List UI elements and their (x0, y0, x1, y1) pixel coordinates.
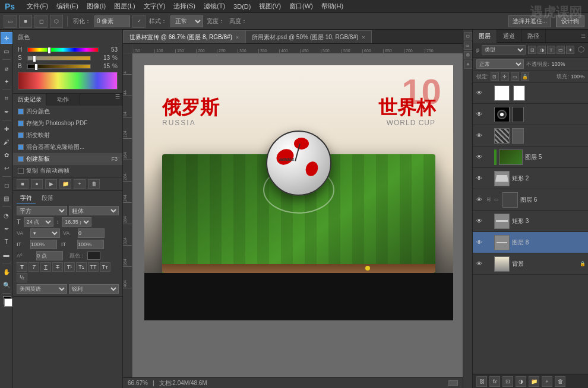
canvas-tab-1[interactable]: 所用素材.psd @ 50% (图层 10, RGB/8#) × (245, 30, 371, 43)
design-dog-btn[interactable]: 设计狗 (556, 15, 584, 27)
layer-item-0[interactable]: 👁 (473, 82, 588, 104)
eraser-tool[interactable]: ◻ (1, 179, 12, 191)
blend-mode-select[interactable]: 正常 (476, 59, 524, 69)
filter-pixel-icon[interactable]: ⊡ (528, 46, 536, 54)
style-allcaps[interactable]: TT (88, 262, 99, 272)
filter-smart-icon[interactable]: ✦ (566, 46, 574, 54)
filter-text-icon[interactable]: T (547, 46, 555, 54)
filter-toggle[interactable]: ◯ (578, 46, 584, 54)
layer-mask-btn[interactable]: ⊡ (502, 376, 513, 387)
hist-new-btn[interactable]: + (74, 179, 86, 189)
tool-icon-rect[interactable]: ■ (19, 15, 32, 28)
paths-tab[interactable]: 路径 (521, 30, 546, 43)
magic-wand-tool[interactable]: ✦ (1, 75, 12, 87)
layer-vis-7[interactable]: 👁 (475, 238, 483, 247)
pen-tool[interactable]: ✒ (1, 222, 12, 234)
hand-tool[interactable]: ✋ (1, 266, 12, 278)
history-menu-icon[interactable]: ☰ (113, 94, 122, 106)
lock-pixels-btn[interactable]: ⊡ (491, 72, 499, 81)
bright-thumb[interactable] (34, 63, 38, 71)
rmini-btn-1[interactable]: ◻ (464, 32, 472, 40)
layer-vis-4[interactable]: 👁 (475, 174, 483, 183)
filter-shape-icon[interactable]: ▭ (557, 46, 565, 54)
gradient-tool[interactable]: ▤ (1, 192, 12, 204)
text-color-swatch[interactable] (87, 252, 100, 260)
selection-tool[interactable]: ▭ (1, 45, 12, 57)
canvas-tab-1-close[interactable]: × (362, 34, 365, 40)
layer-vis-1[interactable]: 👁 (475, 110, 483, 119)
menu-text[interactable]: 文字(Y) (144, 2, 166, 11)
color-spectrum[interactable] (18, 72, 118, 90)
layer-adjustment-btn[interactable]: ◑ (516, 376, 526, 387)
history-item-4[interactable]: 创建新板 F3 (13, 153, 122, 165)
layer-item-6[interactable]: 👁 矩形 3 (473, 211, 588, 232)
bright-track[interactable] (27, 64, 91, 69)
tracking-method-select[interactable]: ▾ (30, 228, 60, 238)
shape-tool[interactable]: ▬ (1, 249, 12, 260)
style-underline[interactable]: T (40, 262, 51, 272)
layer-group-btn[interactable]: 📁 (529, 376, 539, 387)
move-tool[interactable]: ✛ (1, 32, 12, 44)
layer-vis-5[interactable]: 👁 (475, 196, 483, 204)
history-item-0[interactable]: 四分颜色 (13, 106, 122, 117)
layer-vis-8[interactable]: 👁 (475, 260, 483, 268)
style-superscript[interactable]: T¹ (64, 262, 75, 272)
dodge-tool[interactable]: ◔ (1, 209, 12, 221)
tool-icon-selection[interactable]: ▭ (4, 15, 17, 28)
layer-delete-btn[interactable]: 🗑 (555, 376, 565, 387)
menu-file[interactable]: 文件(F) (27, 2, 48, 11)
actions-tab[interactable]: 动作 (46, 94, 80, 106)
line-height-select[interactable]: 16.35 点 (62, 217, 91, 227)
menu-filter[interactable]: 滤镜(T) (204, 2, 225, 11)
history-brush-tool[interactable]: ↩ (1, 162, 12, 174)
layers-menu-icon[interactable]: ☰ (578, 33, 588, 39)
history-item-3[interactable]: 混合器画笔克隆绘图... (13, 141, 122, 153)
menu-window[interactable]: 窗口(W) (289, 2, 313, 11)
style-frac[interactable]: ½ (17, 273, 27, 282)
rmini-btn-4[interactable]: ✕ (464, 61, 472, 69)
hist-record-btn[interactable]: ● (31, 179, 43, 189)
history-item-2[interactable]: 渐变映射 (13, 129, 122, 141)
layer-vis-3[interactable]: 👁 (475, 153, 483, 161)
language-select[interactable]: 美国英语 (17, 284, 67, 294)
menu-3d[interactable]: 3D(D) (233, 3, 251, 10)
menu-layer[interactable]: 图层(L) (114, 2, 135, 11)
bg-color[interactable] (4, 298, 12, 307)
history-tab[interactable]: 历史记录 (13, 94, 46, 106)
hist-folder-btn[interactable]: 📁 (59, 179, 71, 189)
hue-track[interactable] (27, 47, 99, 52)
brush-tool[interactable]: 🖌 (1, 136, 12, 148)
style-smallcaps[interactable]: Tᴛ (100, 262, 110, 272)
hist-play-btn[interactable]: ▶ (45, 179, 57, 189)
menu-edit[interactable]: 编辑(E) (56, 2, 78, 11)
canvas-tab-0-close[interactable]: × (236, 34, 239, 40)
layer-item-5[interactable]: 👁 ⛓ ▭ 图层 6 (473, 189, 588, 211)
layer-item-3[interactable]: 👁 图层 5 (473, 147, 588, 168)
channels-tab[interactable]: 通道 (497, 30, 521, 43)
layer-item-1[interactable]: 👁 (473, 104, 588, 125)
filter-type-select[interactable]: 类型 (482, 45, 526, 55)
lasso-tool[interactable]: ⌀ (1, 62, 12, 74)
menu-help[interactable]: 帮助(H) (321, 2, 343, 11)
layer-item-8[interactable]: 👁 背景 🔒 (473, 253, 588, 275)
sat-track[interactable] (27, 56, 91, 61)
anti-alias-check[interactable]: ✓ (132, 15, 146, 28)
zoom-tool[interactable]: 🔍 (1, 279, 12, 291)
layer-link-btn[interactable]: ⛓ (476, 376, 487, 387)
scale-h-input[interactable] (30, 240, 57, 249)
feather-input[interactable] (94, 15, 130, 27)
menu-image[interactable]: 图像(I) (87, 2, 106, 11)
lock-move-btn[interactable]: ✛ (501, 72, 509, 81)
para-tab[interactable]: 段落 (38, 193, 57, 203)
select-subject-btn[interactable]: 选择并遮住... (508, 15, 551, 27)
rmini-btn-2[interactable]: ▭ (464, 42, 472, 50)
scroll-end-btn[interactable] (448, 380, 458, 386)
layer-new-btn[interactable]: + (542, 376, 552, 387)
history-item-1[interactable]: 存储为 Photoshop PDF (13, 117, 122, 129)
heal-tool[interactable]: ✚ (1, 123, 12, 135)
rmini-btn-3[interactable]: ⊞ (464, 51, 472, 59)
antialias-select[interactable]: 锐利 (69, 284, 119, 294)
menu-select[interactable]: 选择(S) (173, 2, 195, 11)
history-item-5[interactable]: 复制 当前动画帧 (13, 165, 122, 177)
scale-v-input[interactable] (77, 240, 104, 249)
